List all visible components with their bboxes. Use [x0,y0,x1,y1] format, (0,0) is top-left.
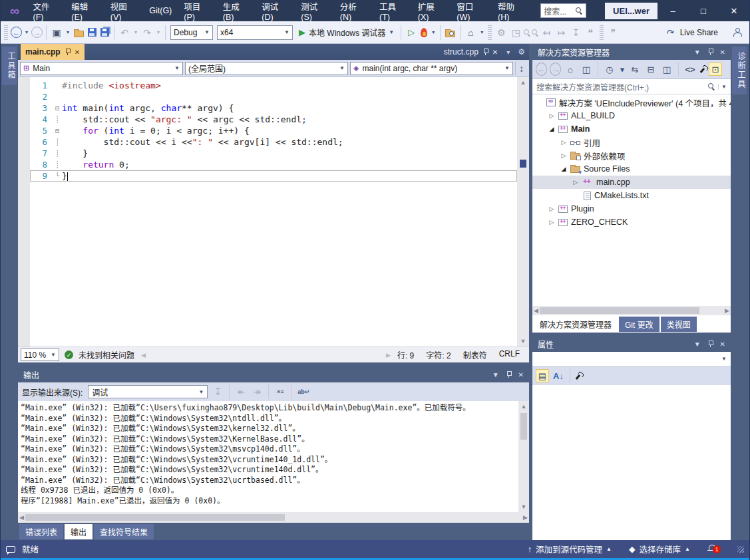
toolbox-vertical-tab[interactable]: 工具箱 [2,47,17,85]
code-editor[interactable]: 1#include <iostream>23⊟int main(int argc… [18,77,529,347]
scroll-left-icon[interactable]: ◀ [141,352,146,358]
scroll-left-icon[interactable]: ◀ [534,307,538,314]
window-resize-grip[interactable] [737,546,744,553]
scroll-up-icon[interactable]: ▲ [520,77,526,88]
alphabetical-icon[interactable]: A↓ [552,369,565,382]
navigate-back-caret-icon[interactable]: ▾ [23,25,30,41]
collapsed-arrow-icon[interactable]: ▷ [572,179,579,186]
bottom-tab-0[interactable]: 错误列表 [19,524,63,539]
tree-item-main[interactable]: ◢Main [532,122,731,136]
window-position-chevron-icon[interactable]: ▼ [492,371,499,378]
scroll-left-icon[interactable]: ◀ [19,514,24,521]
properties-titlebar[interactable]: 属性 ▼ ✕ [532,336,731,352]
new-project-caret-icon[interactable]: ▾ [65,25,71,41]
new-project-icon[interactable]: ▣ [50,25,63,41]
bottom-tab-1[interactable]: 输出 [65,524,93,539]
expanded-arrow-icon[interactable]: ◢ [548,126,555,132]
add-to-source-control-button[interactable]: ↑ 添加到源代码管理 ▲ [528,543,612,555]
close-button[interactable]: ✕ [719,0,749,21]
menu-item-12[interactable]: 帮助(H) [492,0,531,21]
scroll-right-icon[interactable]: ▶ [725,307,729,314]
explorer-tab-0[interactable]: 解决方案资源管理器 [534,317,618,332]
pending-changes-filter-icon[interactable]: ◷ [603,63,616,76]
find-in-files-icon[interactable] [445,31,455,37]
close-icon[interactable]: ✕ [518,371,524,378]
tree-item-zero_check[interactable]: ▷ZERO_CHECK [532,215,731,229]
solution-platform-combo[interactable]: x64▼ [217,25,293,40]
output-horizontal-scrollbar[interactable]: ◀ ▶ [18,512,529,523]
pin-icon[interactable] [506,370,512,378]
explorer-tab-1[interactable]: Git 更改 [619,317,659,332]
scroll-right-icon[interactable]: ▶ [386,352,391,358]
collapsed-arrow-icon[interactable]: ▷ [560,139,567,146]
code-line-3[interactable]: 3⊟int main(int argc, char** argv) { [30,102,517,114]
feedback-icon[interactable] [6,546,15,553]
expanded-arrow-icon[interactable]: ◢ [560,166,567,172]
toolbar-drag-grip[interactable] [4,25,8,40]
start-debugging-button[interactable]: ▶本地 Windows 调试器▼ [296,25,397,41]
menu-item-8[interactable]: 分析(N) [334,0,373,21]
tabs-indicator[interactable]: 制表符 [463,349,487,360]
properties-object-dropdown[interactable]: ▼ [532,352,731,366]
output-panel-titlebar[interactable]: 输出 ▼ ✕ [18,366,529,382]
explorer-tab-2[interactable]: 类视图 [661,317,697,332]
scroll-down-icon[interactable]: ▼ [520,336,526,347]
editor-vertical-scrollbar[interactable]: ▲ ▼ [517,77,529,347]
scroll-right-icon[interactable]: ▶ [523,514,528,521]
toolbar-drag-grip-3[interactable] [600,25,604,40]
hot-reload-icon[interactable] [421,28,427,37]
tree-item-source-files[interactable]: ◢Source Files [532,162,731,176]
sync-with-active-document-icon[interactable]: ⇆ [628,63,642,76]
code-line-1[interactable]: 1#include <iostream> [30,80,517,91]
zoom-level-dropdown[interactable]: 110 % ▼ [21,349,59,361]
outline-collapse-icon[interactable]: ⊟ [53,125,62,136]
close-icon[interactable]: ✕ [75,49,80,56]
close-icon[interactable]: ✕ [720,341,725,348]
maximize-button[interactable]: □ [688,0,719,21]
tree-item-cmakelists-txt[interactable]: CMakeLists.txt [532,189,731,202]
document-options-gear-icon[interactable]: ⚙ [518,47,525,57]
solution-explorer-titlebar[interactable]: 解决方案资源管理器 ▼ ✕ [532,44,731,60]
menu-item-4[interactable]: 项目(P) [178,0,216,21]
hot-reload-caret-icon[interactable]: ▾ [430,25,437,41]
output-vertical-scrollbar[interactable]: ▲ ▼ [518,401,529,512]
scrollbar-track[interactable] [517,88,529,336]
collapsed-arrow-icon[interactable]: ▷ [548,206,555,212]
output-body[interactable]: “Main.exe” (Win32): 已加载“C:\Users\fuxingh… [18,401,529,512]
menu-item-2[interactable]: 视图(V) [104,0,143,21]
properties-icon[interactable] [697,63,709,75]
select-repository-button[interactable]: ◆ 选择存储库 ▲ [629,543,690,555]
close-icon[interactable]: ✕ [720,49,725,56]
tree-horizontal-scrollbar[interactable]: ◀ ▶ [532,306,731,315]
sign-in-user-icon[interactable] [733,28,741,37]
quick-search-box[interactable]: 搜索... [540,3,586,18]
scroll-up-icon[interactable]: ▲ [521,401,527,412]
output-source-dropdown[interactable]: 调试 ▼ [88,385,208,398]
chevron-down-icon[interactable]: ▼ [718,84,727,90]
window-position-chevron-icon[interactable]: ▼ [694,49,701,56]
pin-icon[interactable] [707,340,713,348]
eol-indicator[interactable]: CRLF [499,349,520,360]
tree-item-all_build[interactable]: ▷ALL_BUILD [532,109,731,122]
scroll-down-icon[interactable]: ▼ [521,501,527,512]
code-line-9[interactable]: 9└} [30,170,517,182]
code-line-7[interactable]: 7┊ } [30,148,517,159]
home-icon[interactable]: ⌂ [564,63,577,76]
menu-item-6[interactable]: 调试(D) [256,0,295,21]
tree-item-main-cpp[interactable]: ▷main.cpp [532,176,731,189]
menu-item-7[interactable]: 测试(S) [295,0,333,21]
collapsed-arrow-icon[interactable]: ▷ [548,112,555,119]
tree-item-plugin[interactable]: ▷Plugin [532,202,731,215]
code-line-6[interactable]: 6┊ std::cout << i <<": " << argv[i] << s… [30,136,517,148]
start-without-debugging-icon[interactable]: ▷ [405,25,418,41]
notifications-button[interactable]: 1 [707,544,716,555]
breakpoint-margin[interactable] [18,77,30,347]
open-file-icon[interactable] [74,31,84,37]
diagnostic-tools-vertical-tab[interactable]: 诊断工具 [732,47,747,94]
menu-item-11[interactable]: 窗口(W) [451,0,492,21]
code-line-8[interactable]: 8┊ return 0; [30,159,517,170]
pin-icon[interactable] [65,48,71,56]
solution-explorer-shortcut-icon[interactable]: ⌂ [464,25,477,41]
toolbar-drag-grip-2[interactable] [488,25,492,40]
solution-configuration-combo[interactable]: Debug▼ [170,25,213,40]
